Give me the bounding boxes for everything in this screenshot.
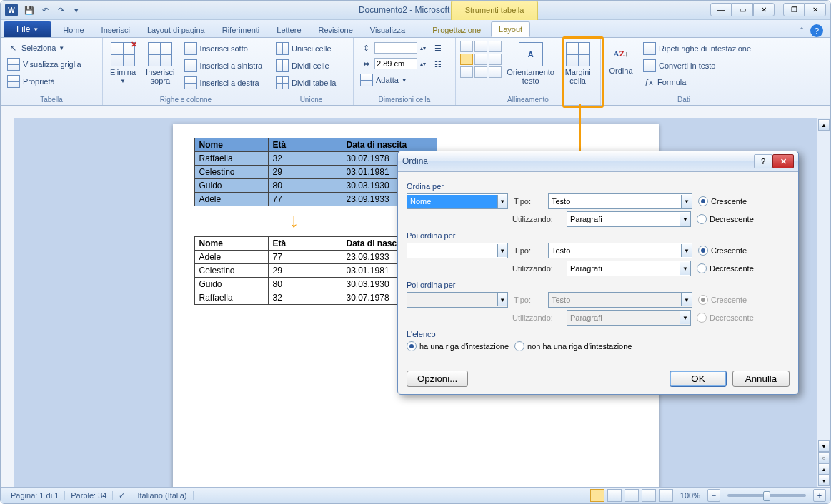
view-web-layout[interactable] [625, 489, 639, 502]
th-data[interactable]: Data di nascita [342, 138, 437, 152]
height-field[interactable] [374, 42, 417, 54]
sort2-util-input[interactable] [567, 262, 680, 275]
status-words[interactable]: Parole: 34 [65, 491, 113, 500]
align-bl[interactable] [460, 66, 473, 78]
cell[interactable]: Celestino [194, 166, 268, 179]
sort2-field-combo[interactable]: ▼ [407, 243, 508, 258]
cell[interactable]: 29 [268, 166, 342, 179]
sort2-util-combo[interactable]: ▼ [567, 261, 691, 276]
tab-layout[interactable]: Layout [491, 21, 530, 37]
browse-object-button[interactable]: ○ [818, 452, 830, 463]
align-tr[interactable] [489, 41, 502, 52]
distribute-cols-button[interactable]: ☷ [432, 59, 444, 71]
align-br[interactable] [489, 66, 502, 78]
sort1-asc-radio[interactable]: Crescente [698, 196, 747, 206]
zoom-thumb[interactable] [763, 491, 770, 501]
chevron-down-icon[interactable]: ▼ [497, 195, 507, 208]
dividi-tabella-button[interactable]: Dividi tabella [274, 75, 338, 91]
tab-progettazione[interactable]: Progettazione [425, 23, 488, 37]
spinner-icon[interactable]: ▴▾ [420, 61, 426, 67]
cell[interactable]: 29 [268, 264, 342, 278]
doc-close-button[interactable]: ✕ [805, 3, 826, 16]
view-outline[interactable] [642, 489, 656, 502]
chevron-down-icon[interactable]: ▼ [680, 262, 690, 275]
cell[interactable]: 32 [268, 291, 342, 305]
width-field[interactable] [374, 58, 417, 69]
next-page-button[interactable]: ▾ [818, 475, 830, 486]
dialog-help-button[interactable]: ? [754, 154, 772, 168]
dialog-close-button[interactable]: ✕ [772, 154, 794, 168]
ok-button[interactable]: OK [670, 371, 727, 387]
sort2-desc-radio[interactable]: Decrescente [697, 263, 754, 273]
help-icon[interactable]: ? [810, 24, 823, 37]
scroll-down-button[interactable]: ▼ [818, 440, 830, 452]
has-header-radio[interactable]: ha una riga d'intestazione [407, 341, 509, 351]
window-minimize-button[interactable]: — [710, 3, 732, 16]
chevron-down-icon[interactable]: ▼ [681, 244, 692, 257]
sort1-field-input[interactable] [407, 195, 497, 208]
qat-redo-icon[interactable]: ↷ [55, 4, 66, 16]
elimina-button[interactable]: ✕ Elimina▼ [107, 41, 139, 86]
status-language[interactable]: Italiano (Italia) [131, 491, 193, 500]
qat-save-icon[interactable]: 💾 [24, 4, 35, 16]
formula-button[interactable]: ƒxFormula [641, 75, 753, 89]
app-close-button[interactable]: ✕ [753, 3, 775, 16]
zoom-in-button[interactable]: + [813, 489, 826, 502]
inserisci-sotto-button[interactable]: Inserisci sotto [182, 41, 264, 56]
sort1-desc-radio[interactable]: Decrescente [697, 214, 754, 224]
inserisci-sinistra-button[interactable]: Inserisci a sinistra [182, 58, 264, 74]
sort2-tipo-combo[interactable]: ▼ [548, 243, 692, 258]
th-nome[interactable]: Nome [194, 237, 268, 251]
sort1-tipo-combo[interactable]: ▼ [548, 193, 692, 209]
cell[interactable]: 80 [268, 179, 342, 193]
minimize-ribbon-icon[interactable]: ˆ [800, 26, 803, 35]
zoom-percent[interactable]: 100% [680, 491, 700, 500]
status-page[interactable]: Pagina: 1 di 1 [5, 491, 65, 500]
cell[interactable]: 77 [268, 193, 342, 206]
qat-undo-icon[interactable]: ↶ [39, 4, 51, 16]
ordina-button[interactable]: AZ↓ Ordina [605, 41, 637, 76]
margini-cella-button[interactable]: Margini cella [559, 41, 596, 86]
cell[interactable]: Celestino [194, 264, 268, 278]
view-draft[interactable] [659, 489, 673, 502]
window-maximize-button[interactable]: ▭ [732, 3, 753, 16]
th-eta[interactable]: Età [268, 237, 342, 251]
opzioni-button[interactable]: Opzioni... [407, 371, 468, 387]
vertical-ruler[interactable] [1, 118, 14, 488]
align-tc[interactable] [474, 41, 487, 52]
chevron-down-icon[interactable]: ▼ [680, 213, 690, 226]
adatta-button[interactable]: Adatta▼ [358, 72, 428, 88]
spinner-icon[interactable]: ▴▾ [420, 45, 426, 51]
status-proofing-icon[interactable]: ✓ [113, 491, 131, 500]
sort1-tipo-input[interactable] [549, 195, 681, 208]
visualizza-griglia-button[interactable]: Visualizza griglia [5, 56, 84, 72]
tab-revisione[interactable]: Revisione [312, 23, 360, 37]
tab-visualizza[interactable]: Visualizza [363, 23, 412, 37]
col-width-input[interactable]: ⇔▴▾ [358, 56, 428, 71]
sort1-field-combo[interactable]: ▼ [407, 193, 508, 209]
scroll-up-button[interactable]: ▲ [818, 119, 830, 131]
cell[interactable]: Adele [194, 251, 268, 264]
cell[interactable]: 32 [268, 152, 342, 166]
converti-testo-button[interactable]: Converti in testo [641, 58, 753, 74]
cell[interactable]: 80 [268, 278, 342, 291]
zoom-slider[interactable] [727, 494, 806, 497]
align-mr[interactable] [489, 54, 502, 65]
view-print-layout[interactable] [590, 489, 604, 502]
proprieta-button[interactable]: Proprietà [5, 74, 84, 89]
zoom-out-button[interactable]: − [707, 489, 720, 502]
tab-inserisci[interactable]: Inserisci [94, 23, 137, 37]
chevron-down-icon[interactable]: ▼ [681, 195, 692, 208]
align-ml[interactable] [460, 54, 473, 65]
sort2-field-input[interactable] [407, 244, 497, 257]
prev-page-button[interactable]: ▴ [818, 463, 830, 475]
th-nome[interactable]: Nome [194, 138, 268, 152]
cell[interactable]: Guido [194, 179, 268, 193]
cell[interactable]: Guido [194, 278, 268, 291]
cell[interactable]: Adele [194, 193, 268, 206]
cell[interactable]: 77 [268, 251, 342, 264]
chevron-down-icon[interactable]: ▼ [497, 244, 507, 257]
orientamento-testo-button[interactable]: A Orientamento testo [506, 41, 555, 86]
distribute-rows-button[interactable]: ☰ [432, 42, 444, 54]
align-mc[interactable] [474, 54, 487, 65]
